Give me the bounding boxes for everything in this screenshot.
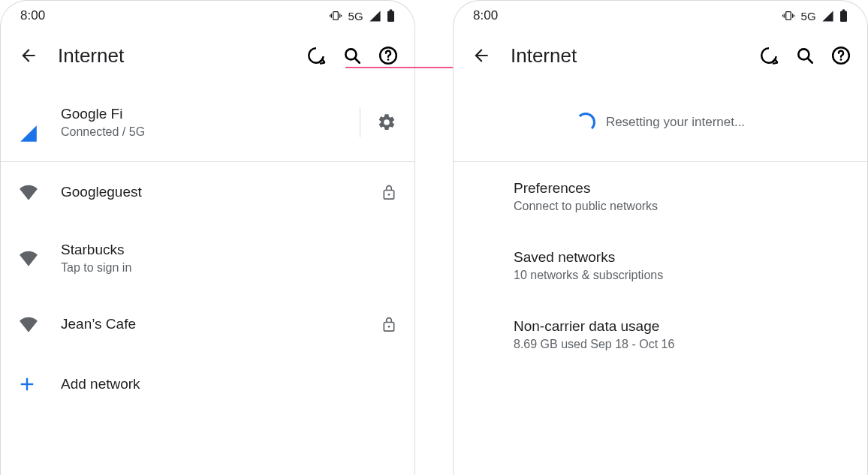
svg-line-26 xyxy=(808,59,812,63)
carrier-name: Google Fi xyxy=(61,105,349,123)
item-sub: Connect to public networks xyxy=(514,199,849,214)
reset-internet-icon[interactable] xyxy=(306,46,326,65)
lock-icon xyxy=(381,183,396,201)
item-sub: 10 networks & subscriptions xyxy=(514,268,849,283)
wifi-icon xyxy=(19,316,38,332)
wifi-icon xyxy=(19,184,38,200)
search-icon[interactable] xyxy=(342,46,362,65)
wifi-list: Googleguest Starbucks Tap to sign in Jea… xyxy=(1,162,414,414)
signal-icon xyxy=(369,10,381,23)
lock-icon xyxy=(381,315,396,333)
carrier-row[interactable]: Google Fi Connected / 5G xyxy=(1,83,414,161)
item-sub: 8.69 GB used Sep 18 - Oct 16 xyxy=(514,337,849,352)
page-title: Internet xyxy=(58,44,306,68)
resetting-banner: Resetting your internet... xyxy=(454,83,867,161)
vibrate-icon xyxy=(782,10,795,22)
status-right: 5G xyxy=(782,9,848,23)
gear-icon[interactable] xyxy=(377,113,396,132)
phone-screen-left: 8:00 5G Internet xyxy=(0,0,415,475)
svg-rect-0 xyxy=(333,12,339,20)
status-time: 8:00 xyxy=(473,8,498,23)
wifi-row[interactable]: Starbucks Tap to sign in xyxy=(1,222,414,294)
status-network: 5G xyxy=(348,10,363,23)
back-icon[interactable] xyxy=(472,46,491,65)
vibrate-icon xyxy=(329,10,342,22)
signal-icon xyxy=(821,10,834,23)
svg-point-14 xyxy=(388,326,390,328)
reset-internet-icon[interactable] xyxy=(759,46,779,65)
svg-rect-24 xyxy=(842,9,845,11)
help-icon[interactable] xyxy=(831,46,851,65)
add-network-row[interactable]: Add network xyxy=(1,354,414,414)
wifi-name: Jean’s Cafe xyxy=(61,315,381,333)
status-right: 5G xyxy=(329,9,395,23)
wifi-row[interactable]: Jean’s Cafe xyxy=(1,294,414,354)
add-network-label: Add network xyxy=(61,375,396,393)
help-icon[interactable] xyxy=(378,46,398,65)
item-title: Preferences xyxy=(514,179,849,197)
item-title: Non-carrier data usage xyxy=(514,317,849,335)
data-usage-row[interactable]: Non-carrier data usage 8.69 GB used Sep … xyxy=(454,300,867,369)
svg-line-8 xyxy=(355,59,360,63)
svg-rect-23 xyxy=(840,11,847,22)
back-icon[interactable] xyxy=(19,46,38,65)
wifi-name: Starbucks xyxy=(61,241,396,259)
search-icon[interactable] xyxy=(795,46,815,65)
resetting-label: Resetting your internet... xyxy=(606,115,745,130)
spinner-icon xyxy=(576,113,595,132)
page-title: Internet xyxy=(511,44,759,68)
wifi-icon xyxy=(19,250,38,266)
vertical-divider xyxy=(360,107,360,137)
signal-triangle-icon xyxy=(19,124,38,143)
svg-rect-6 xyxy=(390,9,393,11)
battery-icon xyxy=(839,9,848,23)
carrier-status: Connected / 5G xyxy=(61,125,349,140)
saved-networks-row[interactable]: Saved networks 10 networks & subscriptio… xyxy=(454,231,867,300)
settings-list: Preferences Connect to public networks S… xyxy=(454,162,867,369)
plus-icon xyxy=(19,376,35,392)
svg-point-12 xyxy=(388,194,390,196)
svg-point-10 xyxy=(387,59,390,61)
status-bar: 8:00 5G xyxy=(1,1,414,28)
status-time: 8:00 xyxy=(20,8,45,23)
svg-rect-18 xyxy=(786,12,791,20)
preferences-row[interactable]: Preferences Connect to public networks xyxy=(454,162,867,231)
phone-screen-right: 8:00 5G Internet xyxy=(453,0,868,475)
wifi-name: Googleguest xyxy=(61,183,381,201)
status-bar: 8:00 5G xyxy=(454,1,867,28)
app-bar: Internet xyxy=(1,28,414,83)
wifi-sub: Tap to sign in xyxy=(61,260,396,275)
svg-point-28 xyxy=(840,59,842,61)
status-network: 5G xyxy=(800,10,816,23)
item-title: Saved networks xyxy=(514,248,849,266)
wifi-row[interactable]: Googleguest xyxy=(1,162,414,222)
battery-icon xyxy=(387,9,395,23)
app-bar: Internet xyxy=(454,28,867,83)
svg-rect-5 xyxy=(387,11,394,22)
